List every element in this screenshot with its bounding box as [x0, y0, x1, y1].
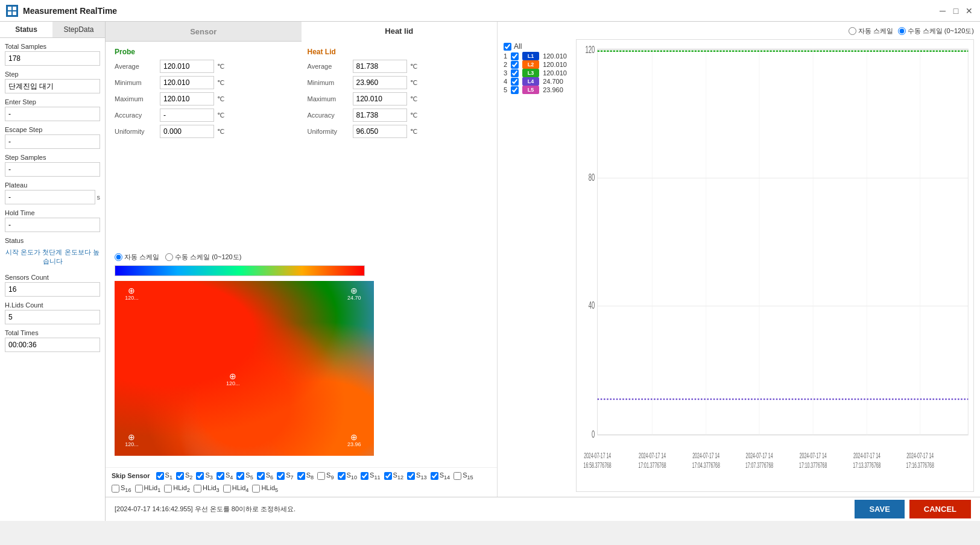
- legend-color-l2: L2: [522, 60, 539, 69]
- probe-uniformity-value[interactable]: [160, 125, 214, 138]
- input-step[interactable]: [5, 79, 100, 93]
- legend-check-4[interactable]: [511, 78, 519, 86]
- input-hlids-count[interactable]: [5, 310, 100, 324]
- legend-check-3[interactable]: [511, 69, 519, 77]
- heat-minimum-value[interactable]: [353, 76, 407, 89]
- sensor-check-hlid3[interactable]: HLid3: [194, 484, 220, 493]
- scale-auto-radio[interactable]: [115, 253, 122, 261]
- probe-maximum-row: Maximum ℃: [115, 92, 296, 106]
- cancel-button[interactable]: CANCEL: [909, 500, 971, 518]
- input-plateau[interactable]: [5, 190, 95, 204]
- sensor-check-hlid2[interactable]: HLid2: [164, 484, 190, 493]
- heat-maximum-value[interactable]: [353, 92, 407, 106]
- input-total-samples[interactable]: [5, 51, 100, 66]
- svg-text:17:13.3776768: 17:13.3776768: [853, 461, 880, 470]
- label-enter-step: Enter Step: [5, 98, 100, 106]
- legend-val-4: 24.700: [543, 78, 563, 85]
- probe-minimum-row: Minimum ℃: [115, 76, 296, 89]
- scale-auto-label[interactable]: 자동 스케일: [115, 253, 159, 262]
- sensor-check-s4[interactable]: S4: [217, 471, 233, 480]
- heatmap-marker-5: ⊕ 23.96: [347, 433, 361, 447]
- probe-accuracy-value[interactable]: [160, 109, 214, 122]
- svg-text:17:07.3776768: 17:07.3776768: [745, 461, 773, 470]
- sensor-check-s13[interactable]: S13: [407, 471, 427, 480]
- probe-average-value[interactable]: [160, 60, 214, 73]
- heat-uniformity-unit: ℃: [410, 128, 422, 136]
- tab-status[interactable]: Status: [0, 22, 52, 37]
- svg-text:17:04.3776768: 17:04.3776768: [692, 461, 720, 470]
- sensor-check-s10[interactable]: S10: [338, 471, 358, 480]
- sensor-check-s5[interactable]: S5: [236, 471, 253, 480]
- heat-accuracy-value[interactable]: [353, 109, 407, 122]
- main-layout: Status StepData Total Samples Step Enter…: [0, 22, 980, 521]
- probe-minimum-value[interactable]: [160, 76, 214, 89]
- sensor-check-s12[interactable]: S12: [384, 471, 404, 480]
- chart-scale-manual-label[interactable]: 수동 스케일 (0~120도): [898, 27, 974, 36]
- chart-scale-auto-radio[interactable]: [849, 27, 856, 35]
- input-step-samples[interactable]: [5, 162, 100, 177]
- sensor-check-s3[interactable]: S3: [196, 471, 212, 480]
- scale-options-row: 자동 스케일 수동 스케일 (0~120도): [106, 249, 497, 265]
- legend-check-2[interactable]: [511, 61, 519, 69]
- tab-heat-lid[interactable]: Heat lid: [302, 22, 498, 42]
- minimize-button[interactable]: ─: [938, 6, 947, 16]
- maximize-button[interactable]: □: [951, 6, 961, 16]
- svg-text:2024-07-17 14: 2024-07-17 14: [692, 452, 719, 460]
- sensor-check-s15[interactable]: S15: [454, 471, 473, 480]
- input-hold-time[interactable]: [5, 218, 100, 232]
- tab-stepdata[interactable]: StepData: [52, 22, 105, 37]
- close-button[interactable]: ✕: [964, 6, 974, 16]
- input-sensors-count[interactable]: [5, 282, 100, 297]
- probe-accuracy-label: Accuracy: [115, 112, 157, 119]
- svg-text:2024-07-17 14: 2024-07-17 14: [746, 452, 773, 460]
- scale-manual-text: 수동 스케일 (0~120도): [175, 253, 241, 262]
- legend-all-checkbox[interactable]: [504, 43, 511, 51]
- save-button[interactable]: SAVE: [855, 500, 904, 518]
- legend-row-2: 2 L2 120.010: [504, 60, 570, 69]
- sensor-check-s2[interactable]: S2: [176, 471, 192, 480]
- input-escape-step[interactable]: [5, 134, 100, 149]
- sensor-check-s6[interactable]: S6: [257, 471, 273, 480]
- chart-scale-auto-label[interactable]: 자동 스케일: [849, 27, 893, 36]
- sensor-check-hlid4[interactable]: HLid4: [223, 484, 249, 493]
- chart-container: 자동 스케일 수동 스케일 (0~120도): [498, 22, 980, 497]
- heat-accuracy-row: Accuracy ℃: [308, 109, 488, 122]
- sensor-check-s8[interactable]: S8: [297, 471, 314, 480]
- sensor-check-s9[interactable]: S9: [317, 471, 334, 480]
- field-hold-time: Hold Time: [5, 209, 100, 232]
- heat-uniformity-value[interactable]: [353, 125, 407, 138]
- sensor-check-s14[interactable]: S14: [431, 471, 450, 480]
- chart-legend-wrapper: All 1 L1 120.010 2 L2: [504, 39, 974, 492]
- heatmap-marker-2: ⊕ 24.70: [347, 286, 361, 301]
- scale-manual-radio[interactable]: [165, 253, 173, 261]
- heat-average-value[interactable]: [353, 60, 407, 73]
- sensor-check-s11[interactable]: S11: [361, 471, 381, 480]
- input-total-times[interactable]: [5, 338, 100, 352]
- heat-maximum-label: Maximum: [308, 95, 350, 102]
- svg-rect-3: [13, 11, 16, 15]
- heat-uniformity-row: Uniformity ℃: [308, 125, 488, 138]
- sensor-check-s7[interactable]: S7: [277, 471, 293, 480]
- right-panel: 자동 스케일 수동 스케일 (0~120도): [498, 22, 980, 497]
- legend-row-4: 4 L4 24.700: [504, 77, 570, 86]
- title-bar-left: Measurement RealTime: [6, 5, 117, 17]
- plateau-unit: s: [97, 194, 101, 201]
- legend-color-l3: L3: [522, 69, 539, 77]
- input-enter-step[interactable]: [5, 107, 100, 121]
- probe-uniformity-row: Uniformity ℃: [115, 125, 296, 138]
- heat-average-row: Average ℃: [308, 60, 488, 73]
- chart-scale-manual-radio[interactable]: [898, 27, 906, 35]
- field-total-samples: Total Samples: [5, 43, 100, 66]
- sensor-check-s1[interactable]: S1: [156, 471, 172, 480]
- scale-manual-label[interactable]: 수동 스케일 (0~120도): [165, 253, 241, 262]
- legend-color-l1: L1: [522, 52, 539, 60]
- heatmap-container: ⊕ 120... ⊕ 24.70 ⊕ 120... ⊕: [106, 265, 497, 467]
- sensor-check-s16[interactable]: S16: [112, 484, 131, 493]
- probe-uniformity-label: Uniformity: [115, 128, 157, 135]
- legend-check-1[interactable]: [511, 52, 519, 60]
- sensor-check-hlid5[interactable]: HLid5: [252, 484, 278, 493]
- legend-check-5[interactable]: [511, 86, 519, 94]
- sensor-check-hlid1[interactable]: HLid1: [135, 484, 161, 493]
- tab-sensor[interactable]: Sensor: [106, 22, 302, 42]
- probe-maximum-value[interactable]: [160, 92, 214, 106]
